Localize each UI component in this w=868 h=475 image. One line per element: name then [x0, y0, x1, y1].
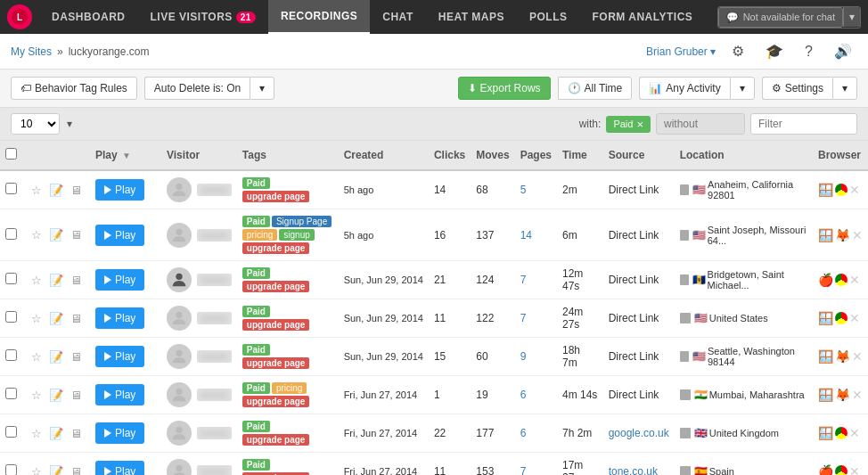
- visitor-name: ••••••••: [197, 312, 232, 324]
- moves-cell: 153: [471, 453, 514, 476]
- note-button[interactable]: 📝: [47, 424, 65, 442]
- my-sites-link[interactable]: My Sites: [11, 45, 52, 58]
- without-input[interactable]: [656, 113, 745, 135]
- paid-tag-filter[interactable]: Paid ×: [606, 116, 651, 133]
- play-button[interactable]: Play: [95, 225, 144, 246]
- chat-status-dropdown[interactable]: ▾: [843, 7, 860, 27]
- settings-button[interactable]: ⚙ Settings: [762, 77, 832, 100]
- location-flag: 🇺🇸: [692, 229, 706, 242]
- graduation-icon[interactable]: 🎓: [760, 41, 789, 61]
- any-activity-button[interactable]: 📊 Any Activity: [639, 77, 729, 100]
- nav-live-visitors[interactable]: Live Visitors 21: [138, 0, 268, 34]
- all-time-button[interactable]: 🕐 All Time: [558, 77, 633, 100]
- nav-polls[interactable]: Polls: [517, 0, 580, 34]
- browser-cell: 🪟🦊✕: [813, 209, 868, 261]
- star-button[interactable]: ☆: [28, 348, 45, 365]
- remove-paid-tag[interactable]: ×: [636, 118, 643, 131]
- screen-button[interactable]: 🖥: [67, 348, 85, 365]
- chat-status-widget[interactable]: 💬 Not available for chat ▾: [717, 6, 861, 29]
- settings-icon[interactable]: ⚙: [726, 41, 749, 61]
- location-text: Saint Joseph, Missouri 64...: [708, 225, 807, 246]
- any-activity-group: 📊 Any Activity ▾: [639, 77, 754, 100]
- star-button[interactable]: ☆: [28, 226, 45, 244]
- play-button[interactable]: Play: [95, 422, 144, 444]
- chat-status-label[interactable]: 💬 Not available for chat: [718, 7, 843, 28]
- select-all-checkbox[interactable]: [5, 148, 17, 160]
- row-checkbox[interactable]: [5, 464, 17, 475]
- auto-delete-dropdown[interactable]: ▾: [250, 77, 274, 100]
- screen-button[interactable]: 🖥: [67, 386, 85, 404]
- star-button[interactable]: ☆: [28, 309, 45, 327]
- note-button[interactable]: 📝: [47, 309, 65, 327]
- nav-heat-maps[interactable]: Heat Maps: [426, 0, 517, 34]
- created-cell: Sun, Jun 29, 2014: [339, 338, 429, 376]
- play-button[interactable]: Play: [95, 179, 144, 201]
- export-rows-button[interactable]: ⬇ Export Rows: [458, 77, 551, 100]
- tags-cell: Paidupgrade page: [237, 338, 339, 376]
- pages-cell: 6: [515, 414, 557, 453]
- play-button[interactable]: Play: [95, 346, 144, 367]
- pages-cell: 5: [515, 170, 557, 209]
- play-icon: [104, 429, 111, 438]
- row-checkbox[interactable]: [5, 183, 17, 194]
- source-direct: Direct Link: [609, 350, 659, 363]
- logo[interactable]: L: [7, 4, 32, 29]
- browser-icons: 🍎✕: [818, 464, 863, 475]
- source-link[interactable]: google.co.uk: [609, 427, 669, 439]
- screen-button[interactable]: 🖥: [67, 309, 85, 327]
- note-button[interactable]: 📝: [47, 463, 65, 475]
- screen-button[interactable]: 🖥: [67, 424, 85, 442]
- note-button[interactable]: 📝: [47, 226, 65, 244]
- visitor-name: ••••••••: [197, 389, 232, 401]
- row-checkbox[interactable]: [5, 426, 17, 438]
- nav-chat[interactable]: Chat: [370, 0, 425, 34]
- row-checkbox[interactable]: [5, 311, 17, 323]
- row-checkbox[interactable]: [5, 388, 17, 399]
- star-button[interactable]: ☆: [28, 424, 45, 442]
- note-button[interactable]: 📝: [47, 271, 65, 289]
- location-flag: 🇬🇧: [694, 427, 708, 439]
- user-dropdown[interactable]: Brian Gruber ▾: [646, 45, 716, 58]
- row-checkbox-cell: [0, 453, 22, 476]
- settings-dropdown[interactable]: ▾: [832, 77, 857, 100]
- star-button[interactable]: ☆: [28, 271, 45, 289]
- rows-per-page-select[interactable]: 10 25 50 100: [11, 113, 60, 135]
- star-button[interactable]: ☆: [28, 386, 45, 404]
- note-button[interactable]: 📝: [47, 386, 65, 404]
- screen-button[interactable]: 🖥: [67, 181, 85, 199]
- sound-icon[interactable]: 🔊: [829, 41, 857, 61]
- play-button[interactable]: Play: [95, 307, 144, 329]
- location-cell: 🇮🇳 Mumbai, Maharashtra: [675, 376, 813, 414]
- svg-point-2: [176, 184, 182, 190]
- screen-button[interactable]: 🖥: [67, 463, 85, 475]
- note-button[interactable]: 📝: [47, 348, 65, 365]
- play-button[interactable]: Play: [95, 461, 144, 475]
- location-color: [680, 184, 689, 195]
- nav-form-analytics[interactable]: Form Analytics: [580, 0, 706, 34]
- star-button[interactable]: ☆: [28, 463, 45, 475]
- play-button[interactable]: Play: [95, 384, 144, 405]
- auto-delete-button[interactable]: Auto Delete is: On: [144, 77, 250, 100]
- time-cell: 7h 2m: [557, 414, 603, 453]
- time-cell: 12m 47s: [557, 261, 603, 299]
- screen-button[interactable]: 🖥: [67, 271, 85, 289]
- any-activity-dropdown[interactable]: ▾: [730, 77, 755, 100]
- browser-cell: 🪟🦊✕: [813, 338, 868, 376]
- behavior-tag-rules-button[interactable]: 🏷 Behavior Tag Rules: [11, 77, 137, 100]
- help-icon[interactable]: ?: [799, 42, 818, 61]
- row-checkbox[interactable]: [5, 273, 17, 284]
- source-header: Source: [603, 141, 675, 170]
- note-button[interactable]: 📝: [47, 181, 65, 199]
- nav-dashboard[interactable]: Dashboard: [39, 0, 138, 34]
- filter-input[interactable]: [750, 113, 857, 135]
- row-checkbox[interactable]: [5, 228, 17, 240]
- row-action-buttons: ☆ 📝 🖥: [28, 424, 85, 442]
- source-link[interactable]: tone.co.uk: [609, 465, 658, 475]
- nav-recordings[interactable]: Recordings: [268, 0, 370, 34]
- row-checkbox[interactable]: [5, 349, 17, 361]
- play-button[interactable]: Play: [95, 269, 144, 291]
- screen-button[interactable]: 🖥: [67, 226, 85, 244]
- row-actions-cell: ☆ 📝 🖥: [22, 453, 90, 476]
- star-button[interactable]: ☆: [28, 181, 45, 199]
- with-label: with:: [579, 118, 602, 130]
